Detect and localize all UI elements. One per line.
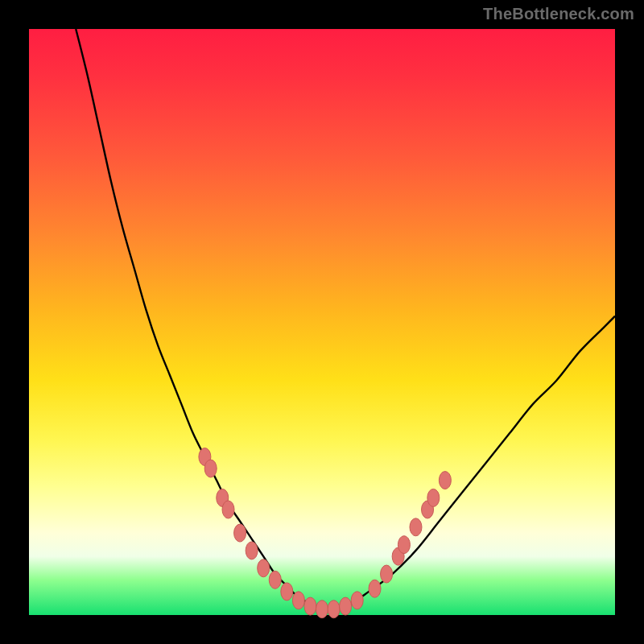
data-marker — [234, 524, 246, 542]
data-marker — [427, 489, 440, 506]
chart-svg — [29, 29, 615, 615]
data-marker — [292, 592, 304, 609]
data-marker — [304, 597, 316, 615]
data-marker — [316, 601, 328, 618]
data-marker — [258, 559, 270, 577]
data-marker — [328, 601, 340, 618]
data-marker — [439, 472, 451, 489]
chart-plot-area — [29, 29, 615, 615]
bottleneck-curve — [76, 29, 615, 610]
data-marker — [398, 536, 410, 554]
data-marker — [222, 501, 234, 518]
data-marker — [351, 592, 363, 609]
data-marker — [381, 565, 393, 583]
watermark-text: TheBottleneck.com — [483, 5, 634, 23]
data-marker — [204, 460, 217, 477]
data-marker — [246, 542, 258, 559]
data-marker — [281, 583, 293, 601]
data-markers — [199, 448, 451, 617]
chart-frame: TheBottleneck.com — [0, 0, 644, 644]
data-marker — [410, 518, 422, 536]
data-marker — [340, 597, 352, 615]
data-marker — [369, 580, 381, 597]
data-marker — [269, 571, 281, 588]
